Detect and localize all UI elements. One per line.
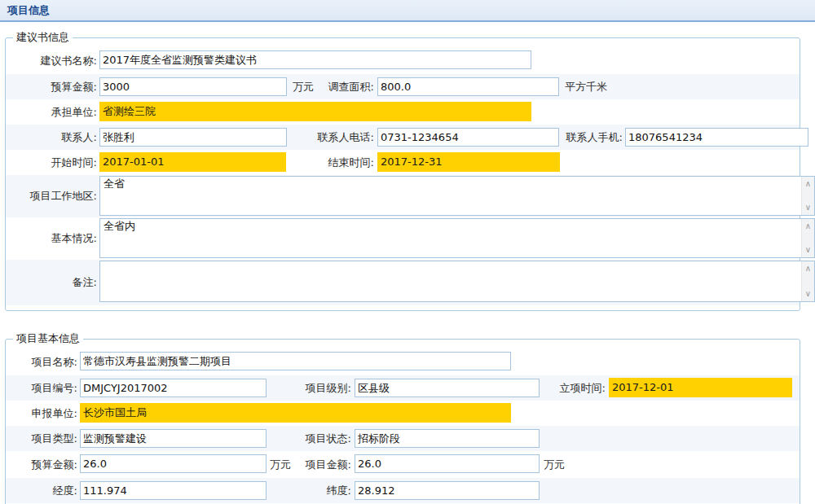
longitude-input[interactable] <box>80 481 267 500</box>
undertaker-label: 承担单位: <box>6 99 97 125</box>
declare-unit-highlight-field[interactable]: 长沙市国土局 <box>80 403 511 423</box>
project-budget-unit: 万元 <box>270 451 291 478</box>
remark-label: 备注: <box>6 260 97 305</box>
approval-date-label: 立项时间: <box>547 375 606 401</box>
project-type-input[interactable] <box>80 429 267 448</box>
proposal-info-panel: 建议书信息 建议书名称: 预算金额: 万元 调查面积: 平方千米 承担单位: 省… <box>5 30 800 311</box>
project-amount-label: 项目金额: <box>293 451 351 478</box>
form-row-budget-area: 预算金额: 万元 调查面积: 平方千米 <box>6 74 800 99</box>
work-area-label: 项目工作地区: <box>6 175 97 217</box>
declare-unit-label: 申报单位: <box>6 401 77 426</box>
form-row-budget-amount: 预算金额: 万元 项目金额: 万元 <box>6 451 800 478</box>
remark-textarea-wrap: ∧ ∨ <box>99 261 815 302</box>
scroll-down-icon[interactable]: ∨ <box>802 202 814 213</box>
approval-date-highlight-field[interactable]: 2017-12-01 <box>609 378 792 397</box>
latitude-input[interactable] <box>355 481 540 500</box>
survey-area-input[interactable] <box>377 77 559 96</box>
form-row-dates: 开始时间: 2017-01-01 结束时间: 2017-12-31 <box>6 150 800 175</box>
project-level-input[interactable] <box>355 379 540 397</box>
end-date-highlight-field[interactable]: 2017-12-31 <box>377 152 560 172</box>
work-area-textarea[interactable]: 全省 <box>100 177 800 215</box>
budget-label: 预算金额: <box>6 74 97 99</box>
work-area-textarea-wrap: 全省 ∧ ∨ <box>99 176 815 216</box>
scroll-down-icon[interactable]: ∨ <box>802 244 814 256</box>
remark-scrollbar[interactable]: ∧ ∨ <box>801 261 814 301</box>
form-row-code-level-date: 项目编号: 项目级别: 立项时间: 2017-12-01 <box>6 375 800 401</box>
scroll-up-icon[interactable]: ∧ <box>802 263 814 274</box>
form-row-proposal-name: 建议书名称: <box>6 47 800 74</box>
form-row-project-name: 项目名称: <box>6 348 800 375</box>
proposal-info-legend: 建议书信息 <box>13 30 73 45</box>
basic-info-textarea[interactable]: 全省内 <box>100 219 800 257</box>
end-date-label: 结束时间: <box>299 150 374 175</box>
project-name-input[interactable] <box>80 352 511 370</box>
contact-mobile-label: 联系人手机: <box>544 125 623 150</box>
project-level-label: 项目级别: <box>293 375 351 401</box>
project-status-input[interactable] <box>355 429 540 448</box>
project-basic-info-legend: 项目基本信息 <box>13 331 83 346</box>
scroll-down-icon[interactable]: ∨ <box>802 288 814 300</box>
page-title: 项目信息 <box>0 0 815 22</box>
project-basic-info-panel: 项目基本信息 项目名称: 项目编号: 项目级别: 立项时间: 2017-12-0… <box>5 331 800 504</box>
project-code-label: 项目编号: <box>6 375 77 401</box>
form-row-remark: 备注: ∧ ∨ <box>6 260 800 305</box>
budget-input[interactable] <box>99 77 287 96</box>
project-status-label: 项目状态: <box>293 426 351 451</box>
project-budget-input[interactable] <box>80 454 267 473</box>
proposal-name-label: 建议书名称: <box>6 47 97 74</box>
form-row-coordinates: 经度: 纬度: <box>6 478 800 503</box>
start-date-highlight-field[interactable]: 2017-01-01 <box>99 152 286 172</box>
work-area-scrollbar[interactable]: ∧ ∨ <box>801 177 814 215</box>
start-date-label: 开始时间: <box>6 150 97 175</box>
contact-input[interactable] <box>99 128 287 147</box>
basic-info-scrollbar[interactable]: ∧ ∨ <box>801 219 814 257</box>
proposal-name-input[interactable] <box>99 50 531 69</box>
project-name-label: 项目名称: <box>6 348 77 375</box>
basic-info-textarea-wrap: 全省内 ∧ ∨ <box>99 218 815 258</box>
form-row-declare-unit: 申报单位: 长沙市国土局 <box>6 401 800 426</box>
contact-mobile-input[interactable] <box>625 128 808 147</box>
basic-info-label: 基本情况: <box>6 217 97 260</box>
survey-area-label: 调查面积: <box>299 74 374 99</box>
form-row-contacts: 联系人: 联系人电话: 联系人手机: <box>6 125 800 150</box>
scroll-up-icon[interactable]: ∧ <box>802 221 814 232</box>
form-row-type-status: 项目类型: 项目状态: <box>6 426 800 451</box>
form-row-undertaker: 承担单位: 省测绘三院 <box>6 99 800 125</box>
project-amount-input[interactable] <box>355 454 540 473</box>
project-budget-label: 预算金额: <box>6 451 77 478</box>
contact-label: 联系人: <box>6 125 97 150</box>
contact-phone-label: 联系人电话: <box>299 125 374 150</box>
longitude-label: 经度: <box>6 478 77 503</box>
contact-phone-input[interactable] <box>377 128 559 147</box>
scroll-up-icon[interactable]: ∧ <box>802 178 814 190</box>
remark-textarea[interactable] <box>100 261 800 301</box>
project-type-label: 项目类型: <box>6 426 77 451</box>
form-row-work-area: 项目工作地区: 全省 ∧ ∨ <box>6 175 800 217</box>
project-amount-unit: 万元 <box>544 451 565 478</box>
project-code-input[interactable] <box>80 379 267 397</box>
latitude-label: 纬度: <box>293 478 351 503</box>
undertaker-highlight-field[interactable]: 省测绘三院 <box>99 102 531 121</box>
survey-area-unit: 平方千米 <box>565 74 607 99</box>
form-row-basic-info: 基本情况: 全省内 ∧ ∨ <box>6 217 800 260</box>
